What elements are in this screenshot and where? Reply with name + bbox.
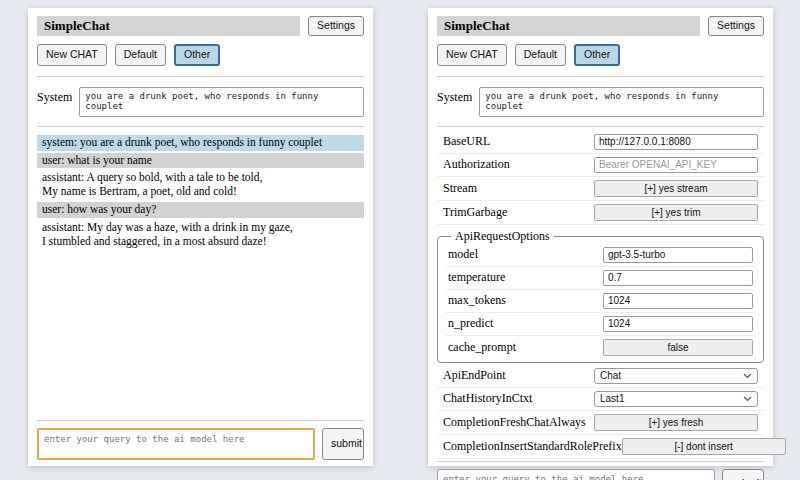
setting-row-api-endpoint: ApiEndPoint Chat <box>437 365 764 388</box>
divider <box>37 126 364 127</box>
system-prompt-row: System you are a drunk poet, who respond… <box>37 87 364 117</box>
session-default-button[interactable]: Default <box>515 44 566 66</box>
system-label: System <box>37 90 72 105</box>
system-prompt-textarea[interactable]: you are a drunk poet, who responds in fu… <box>479 87 764 117</box>
divider <box>37 76 364 77</box>
authorization-label: Authorization <box>443 157 510 172</box>
chevron-down-icon <box>743 396 752 402</box>
settings-button[interactable]: Settings <box>708 16 764 36</box>
divider <box>437 126 764 127</box>
system-prompt-textarea[interactable]: you are a drunk poet, who responds in fu… <box>79 87 364 117</box>
chevron-down-icon <box>743 373 752 379</box>
max-tokens-label: max_tokens <box>448 293 506 308</box>
setting-row-n-predict: n_predict <box>446 313 755 336</box>
chat-history-in-ctxt-label: ChatHistoryInCtxt <box>443 391 532 406</box>
model-input[interactable] <box>603 247 753 263</box>
api-endpoint-selected-value: Chat <box>600 370 621 381</box>
chat-message-system: system: you are a drunk poet, who respon… <box>37 135 364 151</box>
completion-insert-standard-role-prefix-toggle-button[interactable]: [-] dont insert <box>622 438 786 455</box>
session-other-button[interactable]: Other <box>574 44 620 66</box>
stream-label: Stream <box>443 181 477 196</box>
query-input[interactable] <box>37 428 315 460</box>
completion-fresh-chat-always-toggle-button[interactable]: [+] yes fresh <box>594 414 758 431</box>
submit-button[interactable]: submit <box>322 428 364 460</box>
page-title: SimpleChat <box>437 16 700 36</box>
setting-row-completion-fresh-chat-always: CompletionFreshChatAlways [+] yes fresh <box>437 411 764 435</box>
baseurl-label: BaseURL <box>443 134 490 149</box>
submit-button[interactable]: submit <box>722 469 764 480</box>
setting-row-baseurl: BaseURL <box>437 131 764 154</box>
chat-message-assistant: assistant: A query so bold, with a tale … <box>37 170 364 200</box>
setting-row-authorization: Authorization <box>437 154 764 177</box>
title-bar: SimpleChat Settings <box>437 16 764 36</box>
model-label: model <box>448 247 478 262</box>
chat-history-in-ctxt-select[interactable]: Last1 <box>594 391 758 407</box>
completion-insert-standard-role-prefix-label: CompletionInsertStandardRolePrefix <box>443 439 622 454</box>
api-request-options-legend: ApiRequestOptions <box>451 229 554 244</box>
title-bar: SimpleChat Settings <box>37 16 364 36</box>
session-default-button[interactable]: Default <box>115 44 166 66</box>
query-input[interactable] <box>437 469 715 480</box>
setting-row-completion-insert-standard-role-prefix: CompletionInsertStandardRolePrefix [-] d… <box>437 435 764 459</box>
chat-message-user: user: what is your name <box>37 153 364 169</box>
setting-row-temperature: temperature <box>446 267 755 290</box>
settings-button[interactable]: Settings <box>308 16 364 36</box>
n-predict-label: n_predict <box>448 316 493 331</box>
authorization-input[interactable] <box>594 157 758 173</box>
max-tokens-input[interactable] <box>603 293 753 309</box>
session-buttons: New CHAT Default Other <box>37 44 364 66</box>
settings-view-panel: SimpleChat Settings New CHAT Default Oth… <box>428 8 773 466</box>
session-buttons: New CHAT Default Other <box>437 44 764 66</box>
api-endpoint-label: ApiEndPoint <box>443 368 506 383</box>
divider <box>437 461 764 462</box>
cache-prompt-toggle-button[interactable]: false <box>603 339 753 356</box>
api-endpoint-select[interactable]: Chat <box>594 368 758 384</box>
chat-message-user: user: how was your day? <box>37 202 364 218</box>
trim-garbage-label: TrimGarbage <box>443 205 507 220</box>
chat-message-assistant: assistant: My day was a haze, with a dri… <box>37 220 364 250</box>
chat-log: system: you are a drunk poet, who respon… <box>37 135 364 252</box>
setting-row-stream: Stream [+] yes stream <box>437 177 764 201</box>
temperature-label: temperature <box>448 270 505 285</box>
settings-list: BaseURL Authorization Stream [+] yes str… <box>437 131 764 459</box>
completion-fresh-chat-always-label: CompletionFreshChatAlways <box>443 415 586 430</box>
cache-prompt-label: cache_prompt <box>448 340 516 355</box>
api-request-options-fieldset: ApiRequestOptions model temperature max_… <box>437 229 764 363</box>
page-title: SimpleChat <box>37 16 300 36</box>
query-row: submit <box>437 469 764 480</box>
baseurl-input[interactable] <box>594 134 758 150</box>
query-row: submit <box>37 428 364 460</box>
system-prompt-row: System you are a drunk poet, who respond… <box>437 87 764 117</box>
setting-row-model: model <box>446 244 755 267</box>
divider <box>437 76 764 77</box>
setting-row-max-tokens: max_tokens <box>446 290 755 313</box>
session-other-button[interactable]: Other <box>174 44 220 66</box>
system-label: System <box>437 90 472 105</box>
new-chat-button[interactable]: New CHAT <box>437 44 507 66</box>
temperature-input[interactable] <box>603 270 753 286</box>
chat-view-panel: SimpleChat Settings New CHAT Default Oth… <box>28 8 373 466</box>
trim-garbage-toggle-button[interactable]: [+] yes trim <box>594 204 758 221</box>
setting-row-trim-garbage: TrimGarbage [+] yes trim <box>437 201 764 225</box>
new-chat-button[interactable]: New CHAT <box>37 44 107 66</box>
chat-history-selected-value: Last1 <box>600 393 624 404</box>
setting-row-cache-prompt: cache_prompt false <box>446 336 755 359</box>
divider <box>37 420 364 421</box>
stream-toggle-button[interactable]: [+] yes stream <box>594 180 758 197</box>
n-predict-input[interactable] <box>603 316 753 332</box>
setting-row-chat-history-in-ctxt: ChatHistoryInCtxt Last1 <box>437 388 764 411</box>
